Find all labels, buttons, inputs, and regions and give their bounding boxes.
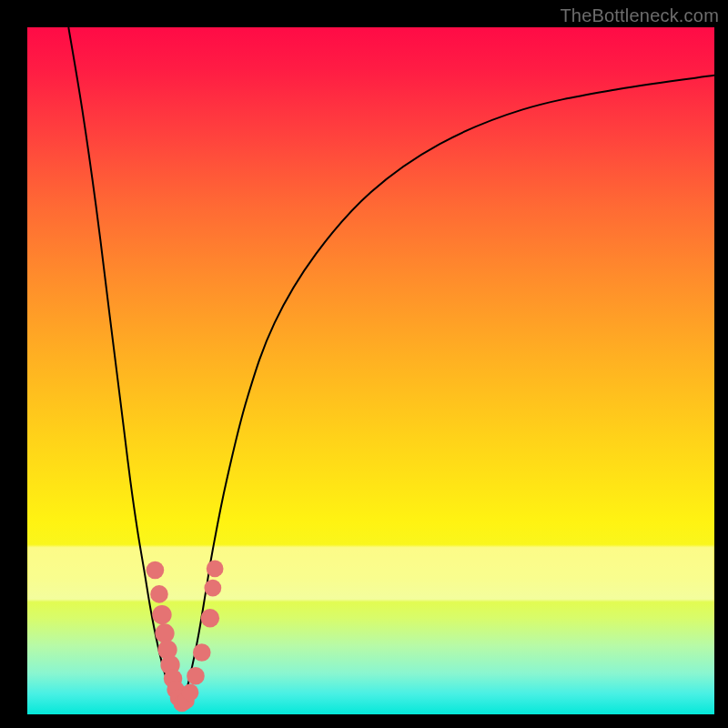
data-point bbox=[187, 667, 205, 685]
data-point bbox=[182, 683, 199, 701]
data-point bbox=[193, 643, 211, 662]
curve-layer bbox=[68, 27, 714, 707]
data-point bbox=[155, 623, 174, 642]
curve-right bbox=[178, 76, 714, 708]
data-point bbox=[152, 605, 171, 624]
chart-svg bbox=[27, 27, 714, 714]
data-point bbox=[147, 561, 165, 580]
watermark-text: TheBottleneck.com bbox=[560, 5, 719, 26]
data-point bbox=[150, 585, 168, 603]
data-point bbox=[201, 609, 219, 627]
data-point bbox=[204, 580, 221, 597]
plot-area bbox=[27, 27, 714, 714]
chart-frame: TheBottleneck.com bbox=[0, 0, 728, 728]
data-point bbox=[207, 561, 224, 578]
marker-layer bbox=[147, 561, 224, 713]
